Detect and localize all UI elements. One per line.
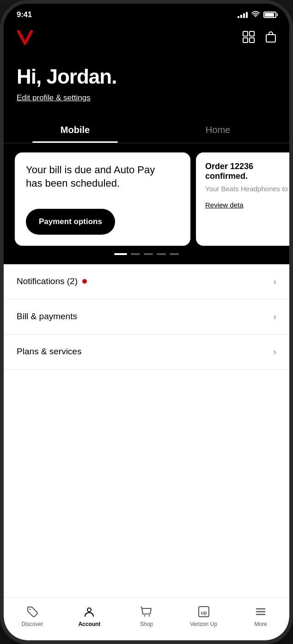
carousel-dot-2 [131,253,140,255]
plans-services-menu-item[interactable]: Plans & services › [4,334,289,370]
account-icon [83,605,96,618]
discover-label: Discover [21,621,43,627]
svg-rect-2 [243,38,248,43]
greeting-section: Hi, Jordan. Edit profile & settings [4,55,289,110]
bill-payments-label: Bill & payments [17,311,77,322]
tab-home[interactable]: Home [146,119,289,143]
edit-profile-link[interactable]: Edit profile & settings [17,93,91,102]
notification-alert-dot [82,279,87,284]
cards-section: Your bill is due and Auto Payhas been sc… [4,143,289,264]
carousel-dot-5 [170,253,179,255]
tabs-section: Mobile Home [4,110,289,143]
battery-icon [263,12,276,18]
more-label: More [255,621,267,627]
carousel-dot-1 [114,253,127,255]
bag-icon[interactable] [263,30,278,44]
nav-verizonup[interactable]: up Verizon Up [175,603,232,629]
bill-payments-chevron: › [273,311,276,322]
nav-more[interactable]: More [232,603,289,629]
order-card[interactable]: Order 12236confirmed. Your Beats Headpho… [196,152,289,245]
order-detail: Your Beats Headphones to ship soon [205,184,289,194]
nav-account[interactable]: Account [61,603,118,629]
svg-rect-0 [243,31,248,36]
svg-point-8 [148,615,150,617]
svg-rect-3 [250,38,254,43]
bottom-nav: Discover Account [4,597,289,640]
bill-card-message: Your bill is due and Auto Payhas been sc… [26,164,179,190]
phone-frame: 9:41 [0,0,293,644]
signal-icon [238,12,248,18]
verizon-logo[interactable] [15,27,35,47]
plans-services-label: Plans & services [17,346,81,357]
notifications-menu-item[interactable]: Notifications (2) › [4,264,289,299]
tag-icon [26,605,39,618]
bill-card[interactable]: Your bill is due and Auto Payhas been sc… [15,152,190,245]
nav-shop[interactable]: Shop [118,603,175,629]
phone-inner: 9:41 [4,4,289,640]
order-title: Order 12236confirmed. [205,162,289,181]
account-label: Account [78,621,100,627]
bill-payments-menu-item[interactable]: Bill & payments › [4,299,289,334]
verizonup-icon: up [197,605,210,618]
cards-scroll: Your bill is due and Auto Payhas been sc… [4,152,289,245]
status-icons [238,11,276,19]
carousel-dot-4 [157,253,166,255]
notifications-chevron: › [273,276,276,287]
menu-grid-icon[interactable] [241,30,256,44]
more-icon [254,605,267,618]
white-section: Notifications (2) › Bill & payments › Pl… [4,264,289,597]
shop-icon [140,605,153,618]
tabs-container: Mobile Home [4,119,289,143]
plans-services-chevron: › [273,346,276,357]
wifi-icon [251,11,260,19]
review-details-link[interactable]: Review deta [205,201,289,209]
nav-discover[interactable]: Discover [4,603,61,629]
notifications-label: Notifications (2) [17,276,78,286]
svg-point-5 [29,609,31,610]
shop-label: Shop [140,621,153,627]
header-actions [241,30,278,44]
svg-point-6 [87,608,91,612]
status-time: 9:41 [17,10,32,19]
app-header [4,23,289,55]
verizonup-label: Verizon Up [190,621,217,627]
carousel-dots [4,246,289,264]
status-bar: 9:41 [4,4,289,23]
svg-point-7 [144,615,145,617]
tab-mobile[interactable]: Mobile [4,119,146,143]
svg-text:up: up [201,610,207,615]
svg-rect-4 [266,35,275,42]
payment-options-button[interactable]: Payment options [26,209,115,235]
carousel-dot-3 [144,253,153,255]
greeting-text: Hi, Jordan. [17,66,276,88]
svg-rect-1 [250,31,254,36]
